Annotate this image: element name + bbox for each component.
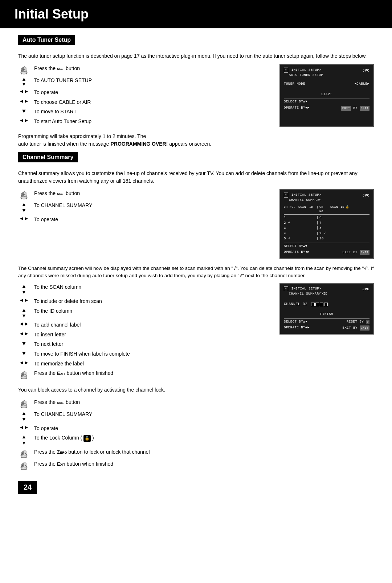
instruction-text: To CHANNEL SUMMARY bbox=[34, 201, 92, 209]
instruction-text: Press the Menu button bbox=[34, 64, 80, 72]
svg-rect-3 bbox=[25, 67, 26, 72]
leftright-arrow-icon: ◄► bbox=[18, 297, 30, 303]
channel-summary-description: Channel summary allows you to customize … bbox=[18, 170, 374, 185]
instruction-row: Press the Exit button when finished bbox=[18, 369, 272, 379]
channel-summary-instruction-block: Press the Menu button ▲▼ To CHANNEL SUMM… bbox=[18, 189, 374, 259]
leftright-arrow-icon: ◄► bbox=[18, 98, 30, 104]
leftright-arrow-icon: ◄► bbox=[18, 360, 30, 366]
instruction-row: Press the Menu button bbox=[18, 189, 272, 199]
leftright-arrow-icon: ◄► bbox=[18, 424, 30, 430]
instruction-text: To the Lock Column ( 🔒 ) bbox=[34, 434, 94, 442]
auto-tuner-note: Programming will take approximately 1 to… bbox=[18, 133, 374, 148]
svg-rect-9 bbox=[25, 192, 26, 197]
updown-arrow-icon: ▲▼ bbox=[18, 76, 30, 86]
hand-icon bbox=[18, 398, 30, 408]
updown-arrow-icon: ▲▼ bbox=[18, 201, 30, 214]
updown-arrow-icon: ▲▼ bbox=[18, 307, 30, 319]
instruction-text: Press the Zero button to lock or unlock … bbox=[34, 448, 150, 456]
down-arrow-icon: ▼ bbox=[18, 350, 30, 357]
channel-summary-screen1: ▪ INITIAL SETUP> CHANNEL SUMMARY JVC CH … bbox=[279, 189, 374, 259]
instruction-text: Press the Exit button when finished bbox=[34, 460, 113, 468]
channel-summary-section: Channel Summary Channel summary allows y… bbox=[18, 152, 374, 470]
updown-arrow-icon: ▲▼ bbox=[18, 283, 30, 295]
svg-rect-20 bbox=[24, 400, 25, 405]
instruction-text: To operate bbox=[34, 424, 58, 432]
instruction-row: ◄► To insert letter bbox=[18, 331, 272, 339]
instruction-text: Press the Exit button when finished bbox=[34, 369, 113, 377]
instruction-text: To the SCAN column bbox=[34, 283, 81, 291]
hand-icon bbox=[18, 64, 30, 74]
instruction-row: ◄► To include or delete from scan bbox=[18, 297, 272, 305]
instruction-row: Press the Menu button bbox=[18, 398, 374, 408]
hand-icon bbox=[18, 369, 30, 379]
instruction-text: To memorize the label bbox=[34, 360, 84, 368]
channel-summary-detail-instructions: ▲▼ To the SCAN column ◄► To include or d… bbox=[18, 283, 272, 381]
auto-tuner-section: Auto Tuner Setup The auto tuner setup fu… bbox=[18, 35, 374, 148]
svg-rect-2 bbox=[24, 66, 25, 72]
instruction-row: ▲▼ To AUTO TUNER SETUP bbox=[18, 76, 272, 86]
instruction-row: ▲▼ To the Lock Column ( 🔒 ) bbox=[18, 434, 374, 446]
instruction-text: To move to FINISH when label is complete bbox=[34, 350, 130, 358]
hand-icon bbox=[18, 189, 30, 199]
channel-summary-heading: Channel Summary bbox=[18, 152, 78, 162]
instruction-row: Press the Exit button when finished bbox=[18, 460, 374, 470]
leftright-arrow-icon: ◄► bbox=[18, 215, 30, 222]
channel-summary-screen2: ▪ INITIAL SETUP> CHANNEL SUMMARY>ID JVC … bbox=[279, 283, 374, 335]
page-number: 24 bbox=[18, 481, 37, 494]
svg-rect-14 bbox=[24, 371, 25, 376]
hand-icon bbox=[18, 460, 30, 470]
leftright-arrow-icon: ◄► bbox=[18, 88, 30, 94]
instruction-row: ▼ To next letter bbox=[18, 340, 272, 348]
instruction-text: To operate bbox=[34, 88, 58, 96]
instruction-row: ◄► To operate bbox=[18, 88, 272, 96]
instruction-text: To insert letter bbox=[34, 331, 66, 339]
auto-tuner-heading: Auto Tuner Setup bbox=[18, 35, 75, 45]
channel-summary-middle-text: The Channel summary screen will now be d… bbox=[18, 265, 374, 280]
instruction-row: ▲▼ To the SCAN column bbox=[18, 283, 272, 295]
instruction-row: ◄► To start Auto Tuner Setup bbox=[18, 117, 272, 125]
hand-icon bbox=[18, 448, 30, 458]
instruction-row: ◄► To memorize the label bbox=[18, 360, 272, 368]
down-arrow-icon: ▼ bbox=[18, 340, 30, 347]
instruction-text: Press the Menu button bbox=[34, 189, 80, 197]
instruction-text: Press the Menu button bbox=[34, 398, 80, 406]
auto-tuner-instruction-block: Press the Menu button ▲▼ To AUTO TUNER S… bbox=[18, 64, 374, 127]
instruction-row: ▼ To move to START bbox=[18, 108, 272, 116]
instruction-text: To add channel label bbox=[34, 321, 81, 329]
instruction-text: To operate bbox=[34, 215, 58, 223]
instruction-text: To include or delete from scan bbox=[34, 297, 102, 305]
instruction-text: To AUTO TUNER SETUP bbox=[34, 76, 92, 84]
svg-rect-21 bbox=[25, 401, 26, 405]
svg-rect-32 bbox=[24, 462, 25, 467]
instruction-row: ◄► To operate bbox=[18, 215, 272, 223]
auto-tuner-description: The auto tuner setup function is describ… bbox=[18, 52, 374, 60]
svg-rect-33 bbox=[25, 463, 26, 467]
instruction-text: To the ID column bbox=[34, 307, 72, 315]
instruction-row: ◄► To choose CABLE or AIR bbox=[18, 98, 272, 106]
instruction-text: To start Auto Tuner Setup bbox=[34, 117, 91, 125]
instruction-row: ▼ To move to FINISH when label is comple… bbox=[18, 350, 272, 358]
lock-instructions: Press the Menu button ▲▼ To CHANNEL SUMM… bbox=[18, 398, 374, 470]
instruction-row: ◄► To add channel label bbox=[18, 321, 272, 329]
down-arrow-icon: ▼ bbox=[18, 108, 30, 114]
leftright-arrow-icon: ◄► bbox=[18, 321, 30, 327]
svg-rect-26 bbox=[24, 450, 25, 455]
instruction-text: To CHANNEL SUMMARY bbox=[34, 410, 92, 418]
svg-rect-8 bbox=[24, 191, 25, 197]
updown-arrow-icon: ▲▼ bbox=[18, 410, 30, 422]
instruction-row: Press the Zero button to lock or unlock … bbox=[18, 448, 374, 458]
auto-tuner-screen: ▪ INITIAL SETUP> AUTO TUNER SETUP JVC TU… bbox=[279, 64, 374, 127]
page-title: Initial Setup bbox=[0, 0, 392, 28]
leftright-arrow-icon: ◄► bbox=[18, 331, 30, 337]
instruction-row: ▲▼ To the ID column bbox=[18, 307, 272, 319]
updown-arrow-icon: ▲▼ bbox=[18, 434, 30, 446]
svg-rect-27 bbox=[25, 451, 26, 455]
leftright-arrow-icon: ◄► bbox=[18, 117, 30, 124]
instruction-text: To choose CABLE or AIR bbox=[34, 98, 91, 106]
svg-rect-15 bbox=[25, 372, 26, 376]
instruction-row: Press the Menu button bbox=[18, 64, 272, 74]
auto-tuner-instructions: Press the Menu button ▲▼ To AUTO TUNER S… bbox=[18, 64, 272, 127]
instruction-text: To next letter bbox=[34, 340, 63, 348]
instruction-row: ▲▼ To CHANNEL SUMMARY bbox=[18, 201, 272, 214]
lock-description: You can block access to a channel by act… bbox=[18, 386, 374, 394]
